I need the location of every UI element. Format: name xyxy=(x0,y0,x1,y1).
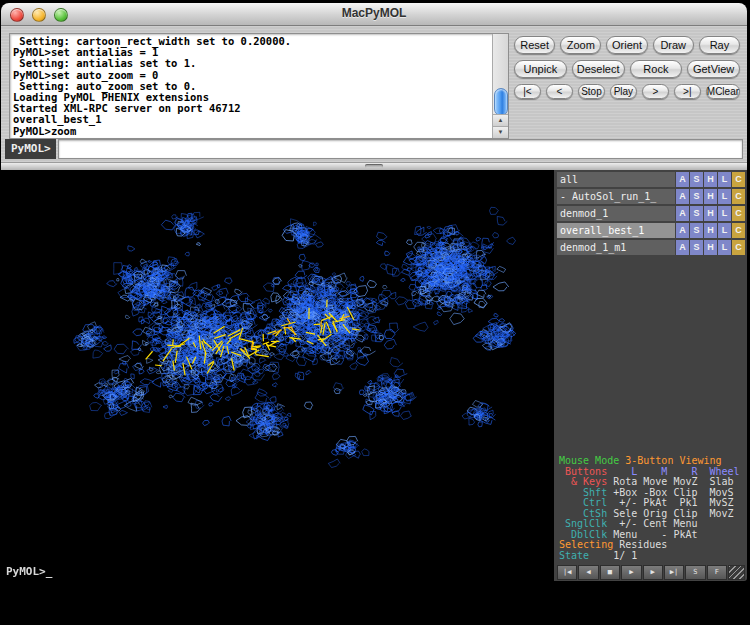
console-line: PyMOL>zoom xyxy=(13,126,489,137)
console-line: overall_best_1 xyxy=(13,114,489,125)
object-button-s[interactable]: S xyxy=(690,189,703,204)
toolbar-button-nav-4[interactable]: > xyxy=(642,84,669,99)
main-area: PyMOL>_ allASHLC- AutoSol_run_1_ASHLCden… xyxy=(1,170,747,581)
object-button-s[interactable]: S xyxy=(690,206,703,221)
resize-grip[interactable] xyxy=(728,565,745,580)
toolbar-button-ray[interactable]: Ray xyxy=(699,36,740,54)
object-button-c[interactable]: C xyxy=(732,240,745,255)
object-button-c[interactable]: C xyxy=(732,189,745,204)
object-name[interactable]: denmod_1 xyxy=(557,206,675,221)
toolbar-button-zoom[interactable]: Zoom xyxy=(560,36,601,54)
object-button-h[interactable]: H xyxy=(704,223,717,238)
object-row: - AutoSol_run_1_ASHLC xyxy=(557,189,745,204)
mouse-panel: Mouse Mode 3-Button Viewing Buttons L M … xyxy=(557,454,745,563)
object-name[interactable]: all xyxy=(557,172,675,187)
scroll-up-icon[interactable]: ▲ xyxy=(493,114,508,126)
object-button-s[interactable]: S xyxy=(690,172,703,187)
command-input[interactable] xyxy=(58,139,743,159)
object-row: overall_best_1ASHLC xyxy=(557,223,745,238)
titlebar[interactable]: MacPyMOL xyxy=(1,3,747,26)
object-button-s[interactable]: S xyxy=(690,240,703,255)
toolbar-button-draw[interactable]: Draw xyxy=(653,36,694,54)
toolbar-button-getview[interactable]: GetView xyxy=(687,60,740,78)
scrollbar-thumb[interactable] xyxy=(494,88,508,116)
object-button-h[interactable]: H xyxy=(704,189,717,204)
object-button-l[interactable]: L xyxy=(718,172,731,187)
object-button-h[interactable]: H xyxy=(704,206,717,221)
object-button-c[interactable]: C xyxy=(732,223,745,238)
vcr-button-7[interactable]: F xyxy=(707,565,727,580)
vcr-button-4[interactable]: ▶ xyxy=(643,565,663,580)
splitter-dimple[interactable] xyxy=(365,164,383,168)
object-button-l[interactable]: L xyxy=(718,223,731,238)
object-button-h[interactable]: H xyxy=(704,240,717,255)
splitter[interactable] xyxy=(1,162,747,170)
toolbar-button-deselect[interactable]: Deselect xyxy=(572,60,625,78)
toolbar-button-nav-1[interactable]: < xyxy=(546,84,573,99)
object-button-a[interactable]: A xyxy=(676,223,689,238)
toolbar-button-rock[interactable]: Rock xyxy=(630,60,683,78)
side-panel: allASHLC- AutoSol_run_1_ASHLCdenmod_1ASH… xyxy=(554,170,747,581)
scroll-down-icon[interactable]: ▼ xyxy=(493,126,508,138)
object-name[interactable]: - AutoSol_run_1_ xyxy=(557,189,675,204)
object-button-s[interactable]: S xyxy=(690,223,703,238)
toolbar-button-reset[interactable]: Reset xyxy=(514,36,555,54)
object-name[interactable]: denmod_1_m1 xyxy=(557,240,675,255)
console-box: Setting: cartoon_rect_width set to 0.200… xyxy=(9,33,509,139)
object-button-l[interactable]: L xyxy=(718,206,731,221)
vcr-button-5[interactable]: ▶| xyxy=(664,565,684,580)
toolbar-button-nav-5[interactable]: >| xyxy=(674,84,701,99)
vcr-button-1[interactable]: ◀ xyxy=(578,565,598,580)
command-prompt-label: PyMOL> xyxy=(5,139,56,159)
object-row: allASHLC xyxy=(557,172,745,187)
mouse-panel-line: State 1/ 1 xyxy=(559,551,745,562)
pymol-window: MacPyMOL Setting: cartoon_rect_width set… xyxy=(1,3,747,581)
vcr-button-3[interactable]: ▶ xyxy=(621,565,641,580)
object-button-c[interactable]: C xyxy=(732,206,745,221)
vcr-button-6[interactable]: S xyxy=(685,565,705,580)
console-scrollbar[interactable]: ▲ ▼ xyxy=(492,34,508,138)
upper-gui: Setting: cartoon_rect_width set to 0.200… xyxy=(1,26,747,162)
viewport-command-prompt: PyMOL>_ xyxy=(6,565,52,578)
object-button-l[interactable]: L xyxy=(718,240,731,255)
object-button-l[interactable]: L xyxy=(718,189,731,204)
toolbar-button-stop[interactable]: Stop xyxy=(578,84,605,99)
object-list: allASHLC- AutoSol_run_1_ASHLCdenmod_1ASH… xyxy=(557,172,745,257)
console-log: Setting: cartoon_rect_width set to 0.200… xyxy=(10,34,492,138)
object-row: denmod_1ASHLC xyxy=(557,206,745,221)
command-row: PyMOL> xyxy=(1,139,747,159)
object-button-a[interactable]: A xyxy=(676,206,689,221)
window-title: MacPyMOL xyxy=(1,6,747,20)
vcr-button-2[interactable]: ■ xyxy=(600,565,620,580)
object-button-a[interactable]: A xyxy=(676,240,689,255)
app: { "window": { "title": "MacPyMOL" }, "co… xyxy=(0,0,750,625)
toolbar-button-unpick[interactable]: Unpick xyxy=(514,60,567,78)
viewport[interactable]: PyMOL>_ xyxy=(1,170,554,581)
viewport-canvas[interactable] xyxy=(1,170,554,581)
object-name[interactable]: overall_best_1 xyxy=(557,223,675,238)
vcr-button-0[interactable]: |◀ xyxy=(557,565,577,580)
object-button-a[interactable]: A xyxy=(676,189,689,204)
toolbar-button-nav-0[interactable]: |< xyxy=(514,84,541,99)
object-button-c[interactable]: C xyxy=(732,172,745,187)
object-button-a[interactable]: A xyxy=(676,172,689,187)
toolbar-button-orient[interactable]: Orient xyxy=(606,36,647,54)
toolbar-button-mclear[interactable]: MClear xyxy=(706,84,740,99)
object-button-h[interactable]: H xyxy=(704,172,717,187)
object-row: denmod_1_m1ASHLC xyxy=(557,240,745,255)
toolbar: ResetZoomOrientDrawRayUnpickDeselectRock… xyxy=(514,36,740,105)
console-line: Setting: antialias set to 1. xyxy=(13,58,489,69)
vcr-controls: |◀◀■▶▶▶|SF xyxy=(557,565,745,580)
toolbar-button-play[interactable]: Play xyxy=(610,84,637,99)
